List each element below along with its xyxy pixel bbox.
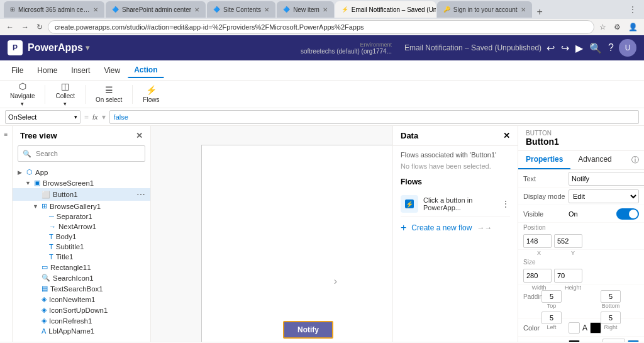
pos-x-input[interactable] xyxy=(523,234,552,248)
tab-sharepoint[interactable]: 🔷 SharePoint admin center ✕ xyxy=(106,1,206,18)
toggle-icon[interactable]: ≡ xyxy=(4,131,8,138)
canvas-notify-button[interactable]: Notify xyxy=(283,321,333,339)
visible-toggle[interactable] xyxy=(616,208,639,220)
tab-close-newitem[interactable]: ✕ xyxy=(323,6,328,13)
tab-site-contents[interactable]: 🔷 Site Contents ✕ xyxy=(207,1,275,18)
text-label: Text xyxy=(523,175,569,183)
search-header-icon[interactable]: 🔍 xyxy=(589,42,602,54)
text-input[interactable] xyxy=(569,172,644,186)
new-tab-button[interactable]: + xyxy=(533,6,547,18)
formula-selector[interactable]: OnSelect ▾ xyxy=(5,110,80,124)
tree-item-subtitle1[interactable]: T Subtitle1 xyxy=(13,242,150,252)
position-header: Position xyxy=(518,223,644,232)
tab-email-notification[interactable]: ⚡ Email Notification – Saved (Un... ✕ xyxy=(335,1,436,18)
ribbon-onselect[interactable]: ☰ On select xyxy=(91,82,127,106)
address-bar[interactable] xyxy=(48,20,594,34)
props-info-icon[interactable]: ⓘ xyxy=(626,151,644,169)
tree-item-textsearchbox1[interactable]: ▤ TextSearchBox1 xyxy=(13,283,150,294)
icon-icon: ◈ xyxy=(42,306,47,314)
ribbon-collect[interactable]: ◫ Collect ▾ xyxy=(50,79,80,110)
color-swatch-bg[interactable] xyxy=(590,322,601,334)
forward-button[interactable]: → xyxy=(19,21,31,33)
env-label: Environment xyxy=(360,42,392,48)
flows-none-label: No flows have been selected. xyxy=(401,162,510,170)
tree-item-title1[interactable]: T Title1 xyxy=(13,252,150,262)
tree-item-label: Rectangle11 xyxy=(50,264,91,271)
ribbon-navigate[interactable]: ⬡ Navigate ▾ xyxy=(5,79,40,110)
tree-item-button1[interactable]: ⬜ Button1 ⋯ xyxy=(13,188,150,201)
canvas-screen[interactable] xyxy=(201,145,392,342)
tab-signin[interactable]: 🔑 Sign in to your account ✕ xyxy=(437,1,532,18)
main-layout: ≡ Tree view ✕ 🔍 ▶ ⬡ App ▼ ▣ BrowseScreen… xyxy=(0,126,644,342)
search-icon: 🔍 xyxy=(42,274,50,282)
props-tab-advanced[interactable]: Advanced xyxy=(570,151,619,169)
menu-file[interactable]: File xyxy=(5,64,30,77)
search-icon: 🔍 xyxy=(23,150,31,158)
tab-close-sharepoint[interactable]: ✕ xyxy=(194,6,199,13)
formula-arrow: ▾ xyxy=(102,113,106,121)
tree-item-body1[interactable]: T Body1 xyxy=(13,232,150,242)
tree-item-app[interactable]: ▶ ⬡ App xyxy=(13,167,150,177)
tree-search-input[interactable] xyxy=(18,145,145,162)
pad-bottom-input[interactable] xyxy=(601,290,621,303)
back-button[interactable]: ← xyxy=(4,21,16,33)
tree-item-iconrefresh1[interactable]: ◈ IconRefresh1 xyxy=(13,315,150,326)
canvas-area[interactable]: ListFlow ↻ ⏸ + ✕ 🔍 Search items › Notify xyxy=(151,126,392,342)
user-avatar[interactable]: U xyxy=(619,39,636,57)
browser-settings-icon[interactable]: ⚙ xyxy=(611,21,623,33)
tree-item-searchicon1[interactable]: 🔍 SearchIcon1 xyxy=(13,273,150,283)
item-more-icon[interactable]: ⋯ xyxy=(136,189,145,200)
border-color-swatch[interactable] xyxy=(569,340,580,342)
browser-menu-icon[interactable]: ⋮ xyxy=(625,5,640,14)
menu-insert[interactable]: Insert xyxy=(65,64,96,77)
tree-item-label: IconRefresh1 xyxy=(49,317,92,325)
props-tab-properties[interactable]: Properties xyxy=(518,151,570,169)
tab-new-item[interactable]: 🔷 New item ✕ xyxy=(277,1,334,18)
tab-close-site[interactable]: ✕ xyxy=(264,6,269,13)
undo-icon[interactable]: ↩ xyxy=(547,42,555,54)
border-width-input[interactable] xyxy=(602,339,625,342)
menu-action[interactable]: Action xyxy=(128,63,164,78)
tree-item-iconsortupdown1[interactable]: ◈ IconSortUpDown1 xyxy=(13,305,150,315)
redo-icon[interactable]: ↪ xyxy=(561,42,569,54)
tree-item-label: BrowseGallery1 xyxy=(50,203,101,210)
tree-item-lblappname1[interactable]: A LblAppName1 xyxy=(13,326,150,336)
help-icon[interactable]: ? xyxy=(608,42,614,54)
star-button[interactable]: ☆ xyxy=(597,21,609,33)
flow-more-icon[interactable]: ⋮ xyxy=(501,199,510,209)
person-icon[interactable]: 👤 xyxy=(626,21,640,33)
displaymode-select[interactable]: Edit xyxy=(569,189,639,203)
pad-top-input[interactable] xyxy=(541,290,562,303)
width-input[interactable] xyxy=(523,269,552,283)
tree-item-separator1[interactable]: ─ Separator1 xyxy=(13,211,150,222)
menu-home[interactable]: Home xyxy=(31,64,64,77)
add-flow-button[interactable]: + Create a new flow →→ xyxy=(401,217,510,239)
data-panel-close-icon[interactable]: ✕ xyxy=(503,131,510,140)
tab-m365[interactable]: ⊞ Microsoft 365 admin center – ✕ xyxy=(4,1,104,18)
pos-y-input[interactable] xyxy=(554,234,582,248)
props-row-color: Color A xyxy=(518,319,644,337)
tab-close-m365[interactable]: ✕ xyxy=(93,6,98,13)
tree-item-rectangle11[interactable]: ▭ Rectangle11 xyxy=(13,262,150,273)
tree-item-browsegallery1[interactable]: ▼ ⊞ BrowseGallery1 xyxy=(13,201,150,211)
tree-close-icon[interactable]: ✕ xyxy=(136,131,143,140)
data-panel: Data ✕ Flows associated with 'Button1' N… xyxy=(392,126,518,342)
data-flow-item[interactable]: ⚡ Click a button in PowerApp... ⋮ xyxy=(401,191,510,217)
border-fill-swatch[interactable] xyxy=(628,340,639,342)
formula-input[interactable] xyxy=(109,110,639,124)
height-input[interactable] xyxy=(554,269,582,283)
data-section: Flows associated with 'Button1' No flows… xyxy=(393,146,518,244)
play-icon[interactable]: ▶ xyxy=(575,42,583,54)
chevron-icon: ▼ xyxy=(33,203,39,210)
left-panel-toggle[interactable]: ≡ xyxy=(0,126,13,342)
ribbon-flows[interactable]: ⚡ Flows xyxy=(138,82,164,106)
color-swatch-fg[interactable] xyxy=(569,322,580,334)
tree-item-nextarrow1[interactable]: → NextArrow1 xyxy=(13,222,150,232)
menu-view[interactable]: View xyxy=(97,64,126,77)
tree-item-iconnewitem1[interactable]: ◈ IconNewItem1 xyxy=(13,294,150,305)
tree-item-browsescreen1[interactable]: ▼ ▣ BrowseScreen1 xyxy=(13,177,150,188)
reload-button[interactable]: ↻ xyxy=(34,21,45,33)
tab-close-signin[interactable]: ✕ xyxy=(521,6,526,13)
canvas-nav-arrow[interactable]: › xyxy=(334,276,337,287)
header-title: Email Notification – Saved (Unpublished) xyxy=(404,43,541,52)
